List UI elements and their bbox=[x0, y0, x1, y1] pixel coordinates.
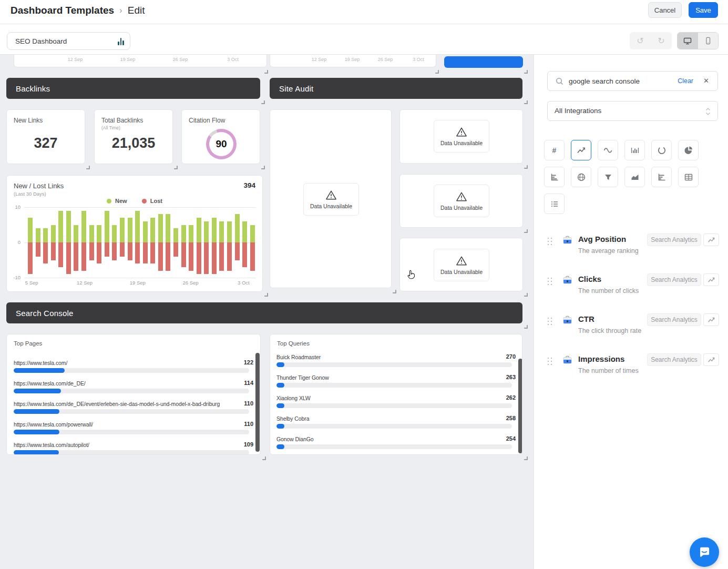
mobile-view-button[interactable] bbox=[698, 33, 719, 49]
drag-handle-icon[interactable] bbox=[547, 277, 553, 286]
widget-type-pie-chart[interactable] bbox=[678, 140, 699, 160]
widget-list-item-clicks[interactable]: Clicks The number of clicks Search Analy… bbox=[534, 275, 728, 307]
resize-handle[interactable] bbox=[262, 456, 266, 460]
phone-icon bbox=[704, 36, 712, 45]
resize-handle[interactable] bbox=[524, 165, 528, 169]
resize-handle[interactable] bbox=[524, 229, 528, 233]
resize-handle[interactable] bbox=[393, 290, 396, 293]
data-unavailable-box: Data Unavailable bbox=[434, 120, 489, 153]
resize-handle[interactable] bbox=[261, 100, 265, 104]
resize-handle[interactable] bbox=[524, 70, 528, 74]
resize-handle[interactable] bbox=[524, 456, 528, 460]
widget-title: Top Queries bbox=[277, 340, 310, 347]
resize-handle[interactable] bbox=[524, 325, 528, 329]
resize-handle[interactable] bbox=[264, 70, 268, 74]
partial-blue-widget[interactable] bbox=[444, 56, 523, 68]
top-pages-widget[interactable]: Top Pages https://www.tesla.com/ 122 htt… bbox=[6, 334, 261, 455]
chat-launcher-button[interactable] bbox=[690, 537, 719, 567]
resize-handle[interactable] bbox=[435, 70, 439, 74]
legend-dot-lost bbox=[142, 199, 147, 204]
widget-list-item-impressions[interactable]: Impressions The number of times Search A… bbox=[534, 354, 728, 387]
new-lost-bars bbox=[28, 207, 255, 278]
widget-type-number[interactable]: # bbox=[544, 140, 565, 160]
drag-handle-icon[interactable] bbox=[547, 317, 553, 326]
widget-type-area-chart[interactable] bbox=[624, 167, 645, 187]
bar-chart-sorted-icon bbox=[657, 172, 667, 182]
row-value: 262 bbox=[506, 394, 516, 401]
close-icon[interactable]: ✕ bbox=[703, 77, 709, 85]
chart-type-button[interactable] bbox=[703, 313, 719, 326]
integrations-filter-value: All Integrations bbox=[555, 107, 601, 115]
section-header-search-console[interactable]: Search Console bbox=[6, 302, 522, 323]
widget-type-funnel[interactable] bbox=[598, 167, 618, 187]
widget-type-map[interactable] bbox=[571, 167, 591, 187]
resize-handle[interactable] bbox=[524, 100, 528, 104]
undo-icon[interactable]: ↺ bbox=[637, 37, 643, 45]
new-lost-links-widget[interactable]: New / Lost Links (Last 30 Days) 394 New … bbox=[6, 175, 263, 292]
widget-search-box: Clear ✕ bbox=[547, 71, 718, 91]
widget-type-table[interactable] bbox=[678, 167, 699, 187]
partial-chart-widget-2[interactable]: 12 Sep 19 Sep 26 Sep 3 Oct bbox=[270, 55, 436, 67]
row-label: https://www.tesla.com/ bbox=[14, 360, 67, 366]
clear-search-link[interactable]: Clear bbox=[678, 77, 693, 85]
chart-type-button[interactable] bbox=[703, 233, 719, 246]
widget-type-line-chart[interactable] bbox=[571, 140, 591, 160]
chart-type-button[interactable] bbox=[703, 353, 719, 366]
widget-type-ring[interactable] bbox=[651, 140, 672, 160]
site-audit-widget-3[interactable]: Data Unavailable bbox=[399, 238, 523, 291]
resize-handle[interactable] bbox=[524, 293, 528, 297]
scrollbar-thumb[interactable] bbox=[255, 353, 260, 452]
resize-handle[interactable] bbox=[264, 293, 268, 297]
widget-type-column-chart[interactable] bbox=[624, 140, 645, 160]
warning-icon bbox=[456, 256, 467, 266]
save-button[interactable]: Save bbox=[689, 2, 718, 18]
redo-icon[interactable]: ↻ bbox=[658, 37, 664, 45]
warning-icon bbox=[456, 191, 467, 202]
row-bar bbox=[276, 362, 284, 367]
widget-type-wave[interactable] bbox=[598, 140, 618, 160]
site-audit-widget-1[interactable]: Data Unavailable bbox=[399, 109, 523, 164]
line-chart-icon bbox=[577, 146, 586, 155]
kpi-widget-citation-flow[interactable]: Citation Flow 90 bbox=[181, 109, 260, 164]
kpi-value: 327 bbox=[7, 135, 85, 151]
drag-handle-icon[interactable] bbox=[547, 357, 553, 365]
search-icon bbox=[555, 77, 564, 86]
site-audit-widget-large[interactable]: Data Unavailable bbox=[270, 109, 392, 288]
kpi-widget-total-backlinks[interactable]: Total Backlinks (All Time) 21,035 bbox=[94, 109, 173, 164]
widget-list-item-avg-position[interactable]: Avg Position The average ranking Search … bbox=[534, 235, 728, 267]
site-audit-widget-2[interactable]: Data Unavailable bbox=[399, 174, 523, 228]
widget-type-bar-horizontal[interactable] bbox=[544, 167, 565, 187]
drag-handle-icon[interactable] bbox=[547, 237, 553, 246]
y-tick: -10 bbox=[9, 275, 20, 280]
partial-chart-widget-1[interactable]: 12 Sep 19 Sep 26 Sep 3 Oct bbox=[14, 55, 267, 67]
desktop-view-button[interactable] bbox=[678, 33, 698, 49]
section-header-site-audit[interactable]: Site Audit bbox=[270, 78, 522, 99]
kpi-widget-new-links[interactable]: New Links 327 bbox=[6, 109, 85, 164]
resize-handle[interactable] bbox=[174, 166, 178, 169]
kpi-label: Total Backlinks bbox=[101, 117, 143, 124]
x-tick: 26 Sep bbox=[378, 57, 393, 62]
breadcrumb-chevron-icon: › bbox=[119, 5, 122, 16]
row-value: 258 bbox=[506, 415, 516, 421]
new-lost-xticks: 5 Sep12 Sep19 Sep26 Sep3 Oct bbox=[28, 280, 255, 286]
top-queries-widget[interactable]: Top Queries Buick Roadmaster 270 Thunder… bbox=[270, 334, 522, 455]
section-header-backlinks[interactable]: Backlinks bbox=[6, 78, 260, 99]
resize-handle[interactable] bbox=[86, 166, 90, 169]
widget-list-item-ctr[interactable]: CTR The click through rate Search Analyt… bbox=[534, 314, 728, 347]
resize-handle[interactable] bbox=[261, 166, 265, 169]
integration-badge: Search Analytics bbox=[647, 353, 701, 366]
row-label: https://www.tesla.com/de_DE/event/erlebe… bbox=[14, 401, 220, 407]
integrations-filter-select[interactable]: All Integrations bbox=[547, 101, 718, 121]
widget-library-sidebar: Clear ✕ All Integrations # bbox=[534, 55, 728, 569]
breadcrumb-edit: Edit bbox=[128, 5, 145, 16]
row-bar bbox=[276, 383, 284, 388]
scrollbar-thumb[interactable] bbox=[518, 359, 522, 453]
dashboard-name-input[interactable] bbox=[7, 32, 130, 50]
row-bar bbox=[276, 424, 284, 429]
breadcrumb-dashboard-templates[interactable]: Dashboard Templates bbox=[11, 5, 114, 16]
cancel-button[interactable]: Cancel bbox=[648, 2, 682, 18]
widget-type-bar-sorted[interactable] bbox=[651, 167, 672, 187]
widget-type-list[interactable] bbox=[544, 194, 565, 214]
widget-search-input[interactable] bbox=[569, 72, 669, 90]
chart-type-button[interactable] bbox=[703, 273, 719, 286]
